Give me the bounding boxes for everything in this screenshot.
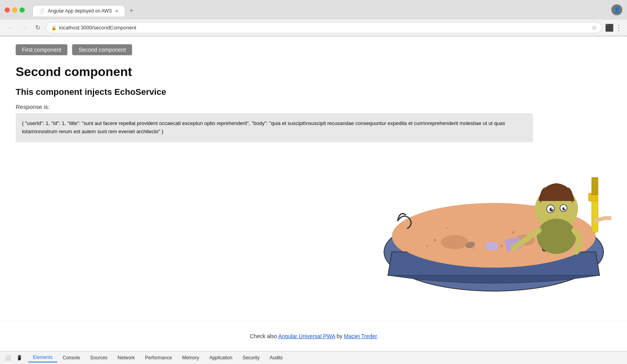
devtools-tab-network[interactable]: Network bbox=[113, 353, 140, 362]
maximize-button[interactable] bbox=[20, 7, 25, 13]
tab-title: Angular App deployed on AWS bbox=[48, 8, 112, 14]
devtools-tab-console[interactable]: Console bbox=[58, 353, 85, 362]
devtools-bar: ⬜ 📱 Elements Console Sources Network Per… bbox=[0, 351, 627, 364]
bookmark-star-icon[interactable]: ☆ bbox=[591, 24, 597, 31]
svg-point-5 bbox=[512, 231, 515, 234]
traffic-lights bbox=[5, 7, 25, 13]
second-component-button[interactable]: Second component bbox=[72, 44, 132, 55]
page-subtitle: This component injects EchoService bbox=[16, 87, 611, 97]
svg-point-30 bbox=[551, 208, 553, 210]
first-component-button[interactable]: First component bbox=[16, 44, 67, 55]
page-content: First component Second component Second … bbox=[0, 36, 627, 321]
extensions-icon[interactable]: ⬛ bbox=[605, 24, 614, 32]
close-button[interactable] bbox=[5, 7, 10, 13]
footer-check-text: Check also bbox=[250, 333, 278, 339]
forward-button[interactable]: → bbox=[19, 24, 30, 32]
tab-bar: 📄 Angular App deployed on AWS × + bbox=[28, 5, 143, 16]
footer-by-text: by bbox=[337, 333, 344, 339]
browser-tab[interactable]: 📄 Angular App deployed on AWS × bbox=[33, 5, 125, 16]
new-tab-button[interactable]: + bbox=[125, 5, 138, 16]
svg-point-11 bbox=[426, 245, 428, 247]
page-title: Second component bbox=[16, 65, 611, 79]
address-bar-actions: ☆ bbox=[591, 24, 597, 31]
page-footer: Check also Angular Universal PWA by Maci… bbox=[0, 321, 627, 351]
svg-point-7 bbox=[473, 247, 475, 249]
menu-icon[interactable]: ⋮ bbox=[615, 24, 622, 32]
lock-icon: 🔒 bbox=[51, 25, 57, 31]
svg-point-9 bbox=[446, 228, 448, 229]
browser-actions: ⬛ ⋮ bbox=[605, 24, 622, 32]
tab-page-icon: 📄 bbox=[39, 9, 45, 14]
author-link[interactable]: Maciej Treder bbox=[344, 333, 377, 339]
svg-point-28 bbox=[549, 208, 553, 212]
angular-pwa-link[interactable]: Angular Universal PWA bbox=[278, 333, 335, 339]
devtools-tab-performance[interactable]: Performance bbox=[140, 353, 177, 362]
svg-point-32 bbox=[537, 219, 576, 254]
nav-buttons-row: First component Second component bbox=[16, 44, 611, 55]
sandbox-illustration bbox=[376, 107, 619, 295]
tab-close-button[interactable]: × bbox=[115, 8, 118, 14]
svg-rect-18 bbox=[486, 242, 498, 251]
svg-point-8 bbox=[500, 245, 503, 247]
svg-point-3 bbox=[434, 239, 436, 241]
devtools-icons: ⬜ 📱 bbox=[3, 354, 24, 362]
svg-point-13 bbox=[441, 235, 468, 249]
user-avatar[interactable]: 👤 bbox=[611, 4, 622, 15]
devtools-inspect-icon[interactable]: ⬜ bbox=[3, 354, 13, 362]
devtools-tab-audits[interactable]: Audits bbox=[265, 353, 287, 362]
devtools-device-icon[interactable]: 📱 bbox=[14, 354, 24, 362]
devtools-tab-sources[interactable]: Sources bbox=[85, 353, 112, 362]
devtools-tab-elements[interactable]: Elements bbox=[28, 353, 57, 362]
svg-point-31 bbox=[564, 207, 565, 209]
navigation-bar: ← → ↻ 🔒 localhost:3000/secondComponent ☆… bbox=[0, 20, 627, 36]
url-display: localhost:3000/secondComponent bbox=[59, 25, 136, 31]
devtools-tab-application[interactable]: Application bbox=[205, 353, 237, 362]
devtools-tab-memory[interactable]: Memory bbox=[178, 353, 204, 362]
back-button[interactable]: ← bbox=[5, 24, 16, 32]
minimize-button[interactable] bbox=[12, 7, 17, 13]
devtools-tab-security[interactable]: Security bbox=[238, 353, 264, 362]
address-bar[interactable]: 🔒 localhost:3000/secondComponent ☆ bbox=[46, 22, 602, 33]
reload-button[interactable]: ↻ bbox=[33, 23, 43, 32]
